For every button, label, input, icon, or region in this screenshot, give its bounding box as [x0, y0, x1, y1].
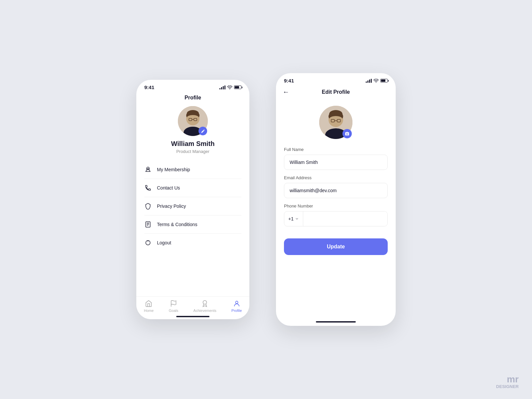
- email-label: Email Address: [284, 175, 388, 180]
- nav-item-achievements[interactable]: Achievements: [194, 300, 216, 313]
- menu-list: My Membership Contact Us Privacy Pol: [136, 161, 249, 252]
- edit-avatar-button[interactable]: [199, 127, 207, 135]
- edit-profile-form: Full Name Email Address Phone Number +1: [276, 147, 396, 255]
- svg-rect-11: [146, 222, 150, 227]
- full-name-group: Full Name: [284, 147, 388, 170]
- user-name: William Smith: [171, 140, 215, 148]
- menu-item-membership[interactable]: My Membership: [144, 161, 241, 179]
- edit-profile-header: ← Edit Profile: [276, 85, 396, 100]
- menu-item-logout[interactable]: Logout: [144, 234, 241, 252]
- phone-label: Phone Number: [284, 203, 388, 208]
- status-icons-right: [366, 79, 388, 83]
- nav-item-home[interactable]: Home: [144, 300, 154, 313]
- menu-item-privacy[interactable]: Privacy Policy: [144, 197, 241, 215]
- avatar-wrapper: [178, 106, 208, 136]
- email-input[interactable]: [284, 183, 388, 198]
- phone-number-input[interactable]: [303, 211, 387, 226]
- time-right: 9:41: [284, 78, 294, 83]
- menu-item-terms[interactable]: Terms & Conditions: [144, 215, 241, 234]
- battery-icon-right: [380, 79, 388, 82]
- phone-icon: [144, 184, 152, 192]
- menu-label-privacy: Privacy Policy: [157, 203, 186, 209]
- phone-input-group: +1: [284, 211, 388, 226]
- country-code-selector[interactable]: +1: [284, 211, 303, 226]
- full-name-label: Full Name: [284, 147, 388, 152]
- phone-group: Phone Number +1: [284, 203, 388, 226]
- svg-point-18: [203, 301, 207, 304]
- back-button[interactable]: ←: [283, 88, 289, 96]
- badge-icon: [144, 166, 152, 173]
- country-code-value: +1: [288, 216, 294, 221]
- battery-icon: [234, 85, 241, 89]
- menu-label-terms: Terms & Conditions: [157, 222, 197, 227]
- avatar-section: William Smith Product Manager: [136, 106, 249, 161]
- nav-item-profile[interactable]: Profile: [231, 300, 242, 313]
- nav-label-profile: Profile: [231, 309, 242, 313]
- right-avatar-wrapper: [319, 106, 352, 139]
- nav-label-home: Home: [144, 309, 154, 313]
- change-avatar-button[interactable]: [342, 129, 352, 138]
- menu-label-membership: My Membership: [157, 167, 190, 172]
- nav-label-goals: Goals: [169, 309, 178, 313]
- svg-point-0: [229, 88, 230, 89]
- wifi-icon: [227, 85, 232, 89]
- document-icon: [144, 221, 152, 228]
- status-bar-left: 9:41: [136, 80, 249, 92]
- email-group: Email Address: [284, 175, 388, 198]
- signal-icon: [219, 85, 225, 89]
- menu-item-contact[interactable]: Contact Us: [144, 179, 241, 197]
- status-icons-left: [219, 85, 241, 89]
- update-button[interactable]: Update: [284, 238, 388, 255]
- menu-label-contact: Contact Us: [157, 185, 180, 191]
- watermark: mr DESIGNER: [496, 375, 519, 389]
- home-indicator-right: [316, 321, 356, 323]
- full-name-input[interactable]: [284, 155, 388, 170]
- page-title-left: Profile: [136, 92, 249, 106]
- edit-profile-phone: 9:41 ←: [276, 73, 396, 326]
- svg-point-20: [376, 82, 376, 82]
- power-icon: [144, 239, 152, 246]
- user-role: Product Manager: [176, 149, 209, 154]
- menu-label-logout: Logout: [157, 240, 171, 245]
- watermark-mr: mr: [496, 375, 519, 384]
- home-indicator-left: [176, 316, 209, 317]
- profile-phone: 9:41 Profile: [136, 80, 249, 319]
- phones-container: 9:41 Profile: [136, 73, 396, 326]
- edit-profile-title: Edit Profile: [322, 89, 350, 95]
- nav-label-achievements: Achievements: [194, 309, 216, 313]
- shield-icon: [144, 202, 152, 210]
- signal-icon-right: [366, 79, 372, 83]
- watermark-designer: DESIGNER: [496, 384, 519, 389]
- time-left: 9:41: [144, 84, 154, 90]
- nav-item-goals[interactable]: Goals: [169, 300, 178, 313]
- right-avatar-section: [276, 100, 396, 147]
- wifi-icon-right: [373, 79, 379, 83]
- status-bar-right: 9:41: [276, 73, 396, 85]
- svg-point-19: [235, 301, 238, 304]
